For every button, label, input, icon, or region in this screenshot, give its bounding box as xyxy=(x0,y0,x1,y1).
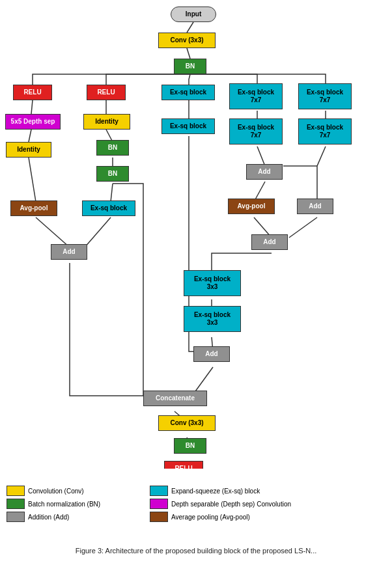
legend-bn-label: Batch normalization (BN) xyxy=(28,501,100,508)
legend-conv-box xyxy=(7,486,25,496)
exsq-mid-mid-node: Ex-sq block7x7 xyxy=(229,118,283,145)
identity1-node: Identity xyxy=(83,114,130,130)
svg-line-17 xyxy=(289,217,317,238)
legend-add: Addition (Add) xyxy=(7,512,137,522)
svg-line-8 xyxy=(111,184,113,202)
conv1-node: Conv (3x3) xyxy=(158,33,216,48)
svg-line-2 xyxy=(31,100,33,114)
avgpool2-node: Avg-pool xyxy=(228,199,275,214)
svg-line-10 xyxy=(85,217,111,247)
concat-node: Concatenate xyxy=(143,391,207,406)
relu1-node: RELU xyxy=(13,85,52,100)
exsq-mid-right-node: Ex-sq block7x7 xyxy=(298,118,352,145)
legend-bn-box xyxy=(7,499,25,509)
legend-depthsep: Depth separable (Depth sep) Convolution xyxy=(150,499,291,509)
svg-line-4 xyxy=(29,158,36,202)
svg-line-13 xyxy=(257,146,265,166)
bn2-node: BN xyxy=(96,140,129,156)
legend-add-label: Addition (Add) xyxy=(28,514,69,521)
add5-node: Add xyxy=(193,346,230,362)
bn3-node: BN xyxy=(96,166,129,182)
add2-node: Add xyxy=(246,164,283,180)
figure-caption: Figure 3: Architecture of the proposed b… xyxy=(0,547,392,555)
relu3-node: RELU xyxy=(164,461,203,469)
exsq-3x3-2-node: Ex-sq block3x3 xyxy=(184,306,241,332)
exsq-top-right-node: Ex-sq block7x7 xyxy=(298,83,352,109)
legend-avgpool: Average pooling (Avg-pool) xyxy=(150,512,280,522)
legend-depthsep-label: Depth separable (Depth sep) Convolution xyxy=(171,501,291,508)
exsq-3x3-1-node: Ex-sq block3x3 xyxy=(184,270,241,296)
conv2-node: Conv (3x3) xyxy=(158,415,216,431)
input-node: Input xyxy=(171,7,216,22)
add3-node: Add xyxy=(297,199,333,214)
depth-sep-node: 5x5 Depth sep xyxy=(5,114,61,130)
svg-line-3 xyxy=(29,130,31,142)
legend: Convolution (Conv) Expand-squeeze (Ex-sq… xyxy=(0,482,392,526)
legend-bn: Batch normalization (BN) xyxy=(7,499,137,509)
legend-exsq-box xyxy=(150,486,168,496)
identity2-node: Identity xyxy=(6,142,51,158)
svg-line-0 xyxy=(187,22,193,33)
legend-exsq-label: Expand-squeeze (Ex-sq) block xyxy=(171,488,260,495)
avgpool1-node: Avg-pool xyxy=(10,200,57,216)
svg-line-1 xyxy=(187,48,190,59)
add4-node: Add xyxy=(251,234,288,250)
exsq-mid-left-node: Ex-sq block xyxy=(161,118,215,134)
legend-conv: Convolution (Conv) xyxy=(7,486,137,496)
legend-conv-label: Convolution (Conv) xyxy=(28,488,84,495)
bn4-node: BN xyxy=(174,438,206,454)
relu2-node: RELU xyxy=(87,85,126,100)
legend-depthsep-box xyxy=(150,499,168,509)
svg-line-9 xyxy=(36,217,70,247)
legend-avgpool-box xyxy=(150,512,168,522)
exsq-top-mid-node: Ex-sq block7x7 xyxy=(229,83,283,109)
bn1-node: BN xyxy=(174,59,206,74)
exsq-bn3-node: Ex-sq block xyxy=(82,200,135,216)
legend-add-box xyxy=(7,512,25,522)
legend-exsq: Expand-squeeze (Ex-sq) block xyxy=(150,486,280,496)
diagram-container: Input Conv (3x3) BN RELU RELU 5x5 Depth … xyxy=(0,0,392,469)
add1-node: Add xyxy=(51,244,87,260)
legend-avgpool-label: Average pooling (Avg-pool) xyxy=(171,514,250,521)
exsq-top-left-node: Ex-sq block xyxy=(161,85,215,100)
